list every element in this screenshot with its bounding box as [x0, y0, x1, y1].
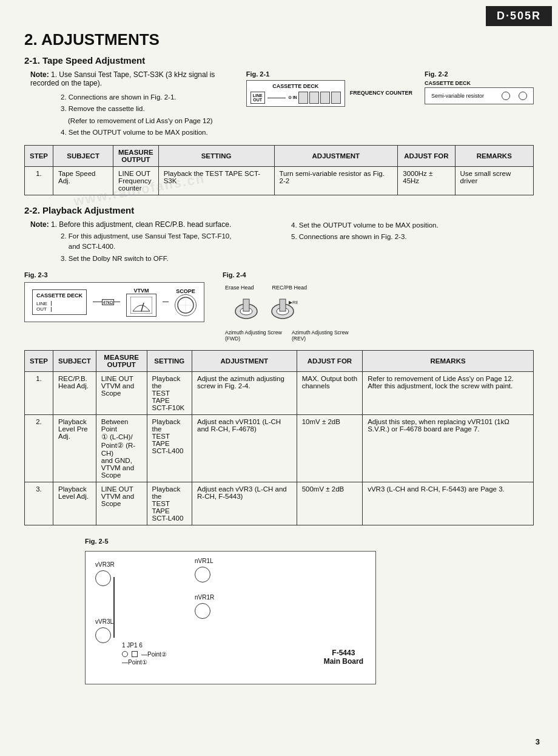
note-2-2-4: 4. Set the OUTPUT volume to be MAX posit… — [291, 220, 534, 231]
note-2-1-3: 3. Remove the cassette lid. — [61, 104, 234, 114]
nvr1r-label: nVR1R — [195, 594, 214, 601]
th-remarks: REMARKS — [455, 146, 533, 167]
cell-subject-2: PlaybackLevel PreAdj. — [53, 414, 96, 482]
fig2-3-cassette: CASSETTE DECK — [36, 292, 82, 299]
jp1-label: 1 JP1 6 — [122, 642, 167, 649]
nvr1l-component — [195, 567, 210, 582]
cell-step-2: 2. — [25, 414, 53, 482]
th2-subject: SUBJECT — [53, 350, 96, 371]
cell-remarks-1: Refer to removement of Lide Ass'y on Pag… — [363, 371, 534, 414]
th-adjustment: ADJUSTMENT — [274, 146, 398, 167]
note-label-2-2: Note: — [30, 220, 49, 229]
fig2-3-scope-circle — [175, 294, 197, 316]
table-row: 3. PlaybackLevel Adj. LINE OUTVTVM andSc… — [25, 482, 534, 525]
cell-setting-3: Playback theTEST TAPESCT-L400 — [147, 482, 192, 525]
th-adjust-for: ADJUST FOR — [398, 146, 455, 167]
fig2-2-resistor-label: Semi-variable resistor — [431, 93, 484, 99]
cell-measure: LINE OUTFrequencycounter — [113, 167, 159, 195]
th-subject: SUBJECT — [53, 146, 113, 167]
cell-adjust-for-2: 10mV ± 2dB — [297, 414, 362, 482]
cell-remarks-3: vVR3 (L-CH and R-CH, F-5443) are Page 3. — [363, 482, 534, 525]
point1-label: —Point① — [122, 659, 167, 666]
cell-adjustment-2: Adjust each vVR101 (L-CH and R-CH, F-467… — [192, 414, 297, 482]
cell-step-3: 3. — [25, 482, 53, 525]
vvr3r-component — [95, 570, 111, 586]
table-row: 1. REC/P.B.Head Adj. LINE OUTVTVM andSco… — [25, 371, 534, 414]
cell-setting: Playback the TEST TAPE SCT-S3K — [158, 167, 274, 195]
main-title: 2. ADJUSTMENTS — [24, 30, 534, 49]
cell-subject-1: REC/P.B.Head Adj. — [53, 371, 96, 414]
vvr3l-label: vVR3L — [95, 618, 113, 625]
vvr3l-component — [95, 627, 111, 643]
cell-step-1: 1. — [25, 371, 53, 414]
cell-adjust-for-3: 500mV ± 2dB — [297, 482, 362, 525]
note-2-2-2: 2. For this adjustment, use Sansui Test … — [61, 231, 267, 252]
cell-adjustment-1: Adjust the azimuth adjusting screw in Fi… — [192, 371, 297, 414]
fig2-3-vtvm-label: VTVM — [126, 288, 156, 294]
cell-measure-2: Between Point① (L-CH)/Point② (R-CH)and G… — [96, 414, 147, 482]
note-2-1-3-indent: (Refer to removement of Lid Ass'y on Pag… — [68, 116, 234, 126]
fig2-3-scope-label: SCOPE — [175, 288, 197, 294]
fig2-2-label: Fig. 2-2 — [425, 70, 471, 78]
note-2-2-5: 5. Connections are shown in Fig. 2-3. — [291, 232, 534, 242]
fig2-3-label: Fig. 2-3 — [24, 271, 204, 278]
th2-setting: SETTING — [147, 350, 192, 371]
vvr3r-label: vVR3R — [95, 561, 115, 568]
fig2-4-azimuth-rev: Azimuth Adjusting Screw (REV) — [292, 329, 352, 342]
note-label-2-1: Note: — [30, 70, 49, 79]
fig2-3-line-out: LINEOUT — [36, 301, 47, 312]
fig2-4-label: Fig. 2-4 — [223, 271, 374, 278]
cell-remarks-2: Adjust this step, when replacing vVR101 … — [363, 414, 534, 482]
cell-step: 1. — [25, 167, 53, 195]
fig2-1-out: OUT — [253, 98, 263, 102]
table-row: 1. Tape Speed Adj. LINE OUTFrequencycoun… — [25, 167, 534, 195]
cell-adjust-for: 3000Hz ± 45Hz — [398, 167, 455, 195]
table-playback: STEP SUBJECT MEASUREOUTPUT SETTING ADJUS… — [24, 350, 534, 525]
subsection-2-2-title: 2-2. Playback Adjustment — [24, 205, 534, 215]
cell-adjustment: Turn semi-variable resistor as Fig. 2-2 — [274, 167, 398, 195]
subsection-2-1-title: 2-1. Tape Speed Adjustment — [24, 55, 534, 66]
fig2-4-erase-label: Erase Head — [225, 285, 254, 291]
table-row: 2. PlaybackLevel PreAdj. Between Point① … — [25, 414, 534, 482]
table-tape-speed: STEP SUBJECT MEASUREOUTPUT SETTING ADJUS… — [24, 145, 534, 195]
svg-text:▶REV: ▶REV — [289, 300, 298, 305]
note-2-1-4: 4. Set the OUTPUT volume to be MAX posit… — [61, 127, 234, 138]
th2-measure: MEASUREOUTPUT — [96, 350, 147, 371]
cell-adjustment-3: Adjust each vVR3 (L-CH and R-CH, F-5443) — [192, 482, 297, 525]
point2-label: —Point② — [141, 651, 167, 658]
page-number: 3 — [536, 737, 540, 746]
svg-rect-11 — [280, 299, 286, 311]
nvr1l-label: nVR1L — [195, 558, 213, 564]
th2-remarks: REMARKS — [363, 350, 534, 371]
fig2-5-diagram: vVR3R vVR3L nVR1L nVR1R 1 JP1 6 —Point② — [85, 551, 376, 684]
note-2-1-2: 2. Connections are shown in Fig. 2-1. — [61, 92, 234, 103]
fig2-1-freq-label: FREQUENCY COUNTER — [350, 90, 412, 96]
cell-remarks: Use small screw driver — [455, 167, 533, 195]
fig2-3-resistor: 47kΩ — [102, 299, 114, 305]
fig2-1-cassette-label: CASSETTE DECK — [250, 83, 341, 89]
note-2-2-3: 3. Set the Dolby NR switch to OFF. — [61, 254, 267, 264]
cell-subject: Tape Speed Adj. — [53, 167, 113, 195]
th-measure: MEASUREOUTPUT — [113, 146, 159, 167]
th-setting: SETTING — [158, 146, 274, 167]
board-label: F-5443 Main Board — [324, 649, 363, 666]
nvr1r-component — [195, 603, 210, 619]
fig2-1-line-out: LINE — [253, 93, 263, 98]
fig2-1-label: Fig. 2-1 — [246, 70, 412, 78]
note-2-2-1: 1. Before this adjustment, clean REC/P.B… — [51, 220, 231, 229]
fig2-2-cassette-label: CASSETTE DECK — [425, 80, 471, 86]
fig2-5-label: Fig. 2-5 — [85, 538, 534, 545]
cell-setting-2: Playback theTEST TAPESCT-L400 — [147, 414, 192, 482]
th2-adjustment: ADJUSTMENT — [192, 350, 297, 371]
cell-measure-1: LINE OUTVTVM andScope — [96, 371, 147, 414]
cell-measure-3: LINE OUTVTVM andScope — [96, 482, 147, 525]
cell-setting-1: Playback theTEST TAPESCT-F10K — [147, 371, 192, 414]
fig2-4-recpb-label: REC/PB Head — [272, 285, 308, 291]
model-badge: D·505R — [486, 6, 552, 26]
note-2-1-1: 1. Use Sansui Test Tape, SCT-S3K (3 kHz … — [30, 70, 215, 87]
svg-rect-8 — [243, 299, 249, 311]
th2-adjust-for: ADJUST FOR — [297, 350, 362, 371]
fig2-4-azimuth-fwd: Azimuth Adjusting Screw (FWD) — [225, 329, 286, 342]
cell-adjust-for-1: MAX. Output both channels — [297, 371, 362, 414]
cell-subject-3: PlaybackLevel Adj. — [53, 482, 96, 525]
